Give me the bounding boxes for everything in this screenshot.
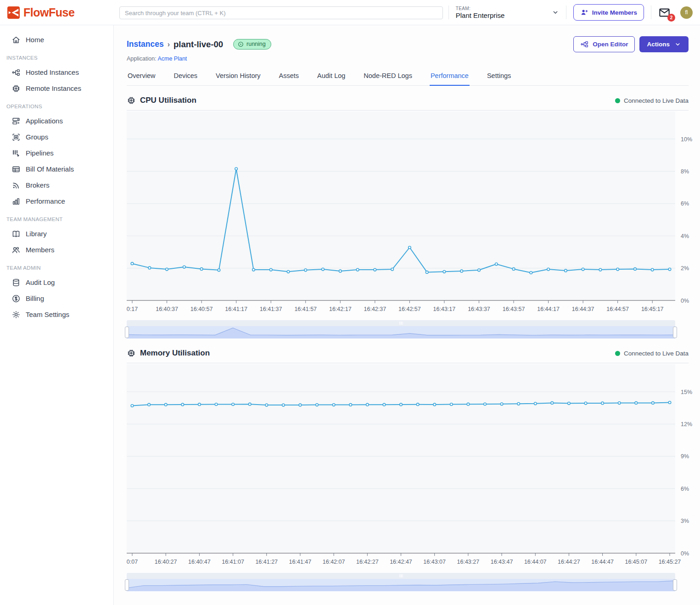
cpu-chart-canvas: 0:1716:40:3716:40:5716:41:1716:41:3716:4… xyxy=(127,111,689,313)
status-badge: running xyxy=(233,39,271,50)
svg-text:16:41:47: 16:41:47 xyxy=(289,559,312,565)
memory-chart-canvas: 0:0716:40:2716:40:4716:41:0716:41:2716:4… xyxy=(127,364,689,566)
svg-text:16:44:57: 16:44:57 xyxy=(606,306,629,312)
invite-members-button[interactable]: Invite Members xyxy=(573,4,644,21)
svg-text:16:43:27: 16:43:27 xyxy=(457,559,480,565)
svg-text:16:42:27: 16:42:27 xyxy=(356,559,379,565)
svg-text:16:43:17: 16:43:17 xyxy=(433,306,456,312)
memory-brush-handle-right[interactable] xyxy=(673,579,677,591)
memory-brush-handle-left[interactable] xyxy=(125,579,129,591)
topbar-divider xyxy=(651,6,651,19)
sidebar-item-groups[interactable]: Groups xyxy=(0,129,113,145)
svg-text:16:43:47: 16:43:47 xyxy=(491,559,513,565)
node-red-flow-icon xyxy=(580,40,589,49)
sidebar-item-audit-log[interactable]: Audit Log xyxy=(0,274,113,290)
tab-node-red-logs[interactable]: Node-RED Logs xyxy=(363,68,413,85)
chip-icon xyxy=(11,84,21,93)
memory-brush-selection[interactable] xyxy=(127,579,675,591)
sidebar-item-label: Billing xyxy=(26,294,44,302)
breadcrumb: Instances › plant-live-00 running Open E… xyxy=(127,36,689,52)
sidebar-item-performance[interactable]: Performance xyxy=(0,193,113,209)
cpu-section: CPU Utilisation Connected to Live Data 0… xyxy=(127,96,689,339)
svg-text:16:42:47: 16:42:47 xyxy=(390,559,412,565)
sidebar-item-brokers[interactable]: Brokers xyxy=(0,177,113,193)
application-link[interactable]: Acme Plant xyxy=(157,56,187,62)
team-label: TEAM: xyxy=(456,6,505,11)
sidebar-item-home[interactable]: Home xyxy=(0,32,113,48)
avatar[interactable]: fl xyxy=(680,6,693,19)
tab-performance[interactable]: Performance xyxy=(430,68,470,86)
breadcrumb-instances-link[interactable]: Instances xyxy=(127,39,164,49)
dollar-icon xyxy=(11,294,21,303)
notifications-button[interactable]: 2 xyxy=(658,6,673,19)
cpu-brush-minichart xyxy=(127,326,675,339)
sidebar-item-pipelines[interactable]: Pipelines xyxy=(0,145,113,161)
svg-text:16:42:57: 16:42:57 xyxy=(398,306,421,312)
open-editor-button[interactable]: Open Editor xyxy=(573,36,635,52)
cpu-brush-selection[interactable] xyxy=(127,326,675,339)
svg-text:0%: 0% xyxy=(681,550,689,557)
svg-text:16:40:27: 16:40:27 xyxy=(155,559,177,565)
bar-chart-icon xyxy=(11,197,21,206)
team-name: Plant Enterprise xyxy=(456,11,505,19)
search-input[interactable] xyxy=(119,6,443,19)
tab-bar: OverviewDevicesVersion HistoryAssetsAudi… xyxy=(127,68,689,86)
flowfuse-logo[interactable]: FlowFuse xyxy=(7,6,116,19)
cpu-range-brush[interactable] xyxy=(127,320,675,339)
sidebar: HomeINSTANCESHosted InstancesRemote Inst… xyxy=(0,25,114,605)
memory-brush-minichart xyxy=(127,579,675,591)
svg-text:16:40:37: 16:40:37 xyxy=(156,306,178,312)
memory-section: Memory Utilisation Connected to Live Dat… xyxy=(127,349,689,591)
tab-overview[interactable]: Overview xyxy=(127,68,156,85)
memory-brush-track[interactable] xyxy=(127,573,675,579)
sidebar-item-team-settings[interactable]: Team Settings xyxy=(0,306,113,322)
sidebar-item-billing[interactable]: Billing xyxy=(0,290,113,306)
sidebar-item-members[interactable]: Members xyxy=(0,242,113,258)
svg-text:16:42:17: 16:42:17 xyxy=(329,306,352,312)
sidebar-section-team-management: TEAM MANAGEMENT xyxy=(0,209,113,226)
home-icon xyxy=(11,35,21,44)
sidebar-item-remote-instances[interactable]: Remote Instances xyxy=(0,80,113,96)
svg-text:16:41:37: 16:41:37 xyxy=(260,306,282,312)
sidebar-item-label: Remote Instances xyxy=(26,84,81,92)
svg-text:16:43:57: 16:43:57 xyxy=(503,306,525,312)
cpu-header: CPU Utilisation Connected to Live Data xyxy=(127,96,689,111)
svg-text:16:43:37: 16:43:37 xyxy=(468,306,490,312)
cpu-brush-handle-right[interactable] xyxy=(673,327,677,338)
sidebar-item-label: Applications xyxy=(26,117,63,125)
tab-assets[interactable]: Assets xyxy=(278,68,300,85)
tab-audit-log[interactable]: Audit Log xyxy=(316,68,346,85)
breadcrumb-separator: › xyxy=(168,40,170,49)
drag-grip-icon[interactable] xyxy=(399,322,403,325)
cpu-brush-track[interactable] xyxy=(127,320,675,326)
open-editor-label: Open Editor xyxy=(593,41,628,48)
application-label: Application: xyxy=(127,56,157,62)
cpu-live-status: Connected to Live Data xyxy=(615,97,689,104)
chip-icon xyxy=(127,96,136,105)
sidebar-item-label: Home xyxy=(26,36,44,44)
svg-text:4%: 4% xyxy=(681,233,689,239)
memory-range-brush[interactable] xyxy=(127,573,675,591)
sidebar-item-label: Performance xyxy=(26,197,65,205)
cpu-brush-handle-left[interactable] xyxy=(125,327,129,338)
team-selector[interactable]: TEAM: Plant Enterprise xyxy=(456,6,559,19)
sidebar-item-hosted-instances[interactable]: Hosted Instances xyxy=(0,64,113,80)
sidebar-item-library[interactable]: Library xyxy=(0,226,113,242)
svg-text:16:44:47: 16:44:47 xyxy=(591,559,614,565)
tab-settings[interactable]: Settings xyxy=(486,68,512,85)
svg-text:16:44:37: 16:44:37 xyxy=(572,306,594,312)
svg-text:2%: 2% xyxy=(681,265,689,272)
svg-text:0:07: 0:07 xyxy=(127,559,138,565)
topbar-divider xyxy=(448,6,449,19)
actions-button[interactable]: Actions xyxy=(639,36,689,52)
tab-version-history[interactable]: Version History xyxy=(215,68,262,85)
notifications-count-badge: 2 xyxy=(667,14,675,22)
pipelines-icon xyxy=(11,149,21,158)
sidebar-item-label: Team Settings xyxy=(26,311,69,318)
sidebar-item-applications[interactable]: Applications xyxy=(0,113,113,129)
svg-text:0:17: 0:17 xyxy=(127,306,138,312)
drag-grip-icon[interactable] xyxy=(399,574,403,577)
sidebar-item-bill-of-materials[interactable]: Bill Of Materials xyxy=(0,161,113,177)
chevron-down-icon xyxy=(552,9,559,16)
tab-devices[interactable]: Devices xyxy=(173,68,198,85)
